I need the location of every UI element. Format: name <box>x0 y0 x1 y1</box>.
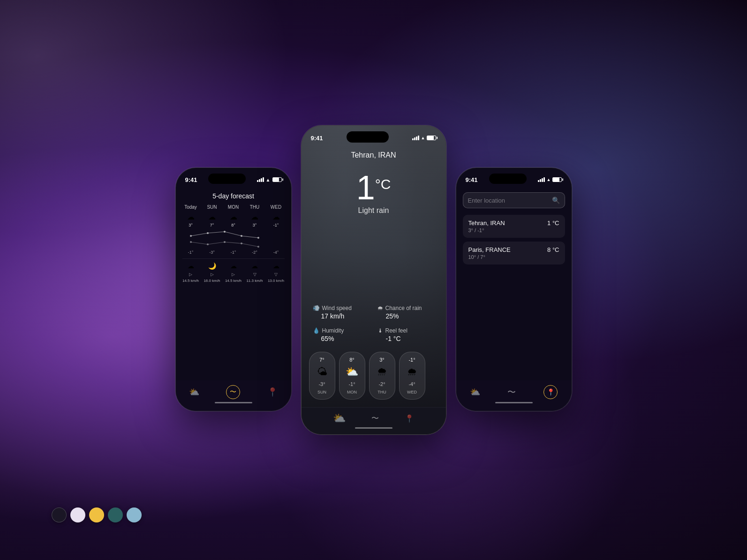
location-list: Tehran, IRAN 1 °C 3° / -1° Paris, FRANCE… <box>456 212 572 271</box>
hourly-item-thu: 3° 🌨 -2° THU <box>369 352 395 400</box>
high-sun: 7° <box>204 223 220 227</box>
hourly-high-mon: 8° <box>349 357 355 363</box>
search-bar[interactable]: 🔍 <box>463 192 565 208</box>
dynamic-island-left <box>208 174 246 184</box>
speed-thu: 11.3 km/h <box>246 279 263 283</box>
tehran-temp: 1 °C <box>547 219 559 227</box>
forecast-icons-row1: ☁ ☁ ☁ ☁ ☁ <box>182 213 285 221</box>
svg-point-9 <box>257 246 259 248</box>
icon2-mon: ☁ <box>225 263 242 269</box>
nav-chart-center[interactable]: 〜 <box>371 414 379 424</box>
hourly-icon-mon: ⛅ <box>346 364 358 379</box>
tehran-city: Tehran, IRAN <box>468 219 505 227</box>
rain-label: 🌧 Chance of rain <box>377 305 435 311</box>
reel-feel-item: 🌡 Reel feel -1 °C <box>377 327 435 342</box>
status-icons-left: ▲ <box>257 177 282 182</box>
tehran-range: 3° / -1° <box>468 227 559 233</box>
icon2-today: ☁ <box>182 263 199 269</box>
home-indicator-center <box>355 427 392 429</box>
swatch-blue[interactable] <box>127 507 142 522</box>
high-chart <box>182 229 286 239</box>
hourly-forecast: 7° 🌤 -3° SUN 8° ⛅ -1° MON 3° 🌨 -2° THU <box>302 352 446 407</box>
speed-mon: 14.5 km/h <box>225 279 242 283</box>
nav-location-right[interactable]: 📍 <box>543 385 558 399</box>
nav-weather-center[interactable]: ⛅ <box>333 412 346 424</box>
hourly-icon-thu: 🌨 <box>377 364 387 379</box>
speed-icon-row: ▷ ▷ ▷ ▽ ▽ <box>182 272 285 277</box>
dynamic-island-center <box>347 131 389 143</box>
svg-point-8 <box>241 242 242 244</box>
status-bar-right: 9:41 ▲ <box>456 168 572 189</box>
nav-chart-icon-left[interactable]: 〜 <box>226 385 240 399</box>
humidity-icon: 💧 <box>313 327 320 334</box>
location-item-tehran[interactable]: Tehran, IRAN 1 °C 3° / -1° <box>463 215 565 238</box>
nav-location-icon-left[interactable]: 📍 <box>267 387 278 397</box>
wifi-icon-center: ▲ <box>421 136 425 140</box>
hourly-day-wed: WED <box>407 390 417 394</box>
nav-chart-right[interactable]: 〜 <box>507 386 516 398</box>
forecast-title: 5-day forecast <box>176 189 291 204</box>
nav-weather-icon-left[interactable]: ⛅ <box>189 387 199 397</box>
svg-point-2 <box>224 231 226 233</box>
icon-thu: ☁ <box>246 213 263 221</box>
hourly-item-sun: 7° 🌤 -3° SUN <box>309 352 335 400</box>
forecast-header: Today SUN MON THU WED <box>182 204 285 210</box>
nav-location-center[interactable]: 📍 <box>405 414 414 423</box>
svg-point-6 <box>207 243 209 245</box>
low-sun: -3° <box>204 250 220 255</box>
phone-right: 9:41 ▲ 🔍 <box>456 167 572 411</box>
search-icon[interactable]: 🔍 <box>552 197 560 204</box>
forecast-icons-row2: ☁ 🌙 ☁ ☁ ☁ <box>182 263 285 269</box>
location-item-paris[interactable]: Paris, FRANCE 8 °C 10° / 7° <box>463 242 565 265</box>
weather-details: 💨 Wind speed 17 km/h 🌧 Chance of rain 25… <box>302 295 446 352</box>
icon-mon: ☁ <box>225 213 242 221</box>
speed-today: 14.5 km/h <box>182 279 199 283</box>
center-location: Tehran, IRAN <box>302 147 446 161</box>
status-bar-center: 9:41 ▲ <box>302 126 446 147</box>
day-sun: SUN <box>204 204 220 210</box>
speed-arrow3: ▷ <box>225 272 242 277</box>
icon2-wed: ☁ <box>268 263 285 269</box>
wifi-icon-right: ▲ <box>547 177 551 182</box>
wind-label: 💨 Wind speed <box>313 305 370 311</box>
time-right: 9:41 <box>466 176 478 183</box>
status-icons-center: ▲ <box>412 136 437 140</box>
low-chart <box>182 240 286 249</box>
battery-icon-center <box>427 136 436 140</box>
swatch-light[interactable] <box>70 507 85 522</box>
phone-left: 9:41 ▲ 5-day forecast Today <box>175 167 292 411</box>
speed-values-row: 14.5 km/h 16.0 km/h 14.5 km/h 11.3 km/h … <box>182 279 285 283</box>
icon2-thu: ☁ <box>246 263 263 269</box>
swatch-dark[interactable] <box>52 507 67 522</box>
paris-temp: 8 °C <box>547 246 559 253</box>
paris-row: Paris, FRANCE 8 °C <box>468 246 559 253</box>
speed-sun: 16.0 km/h <box>204 279 220 283</box>
humidity-label: 💧 Humidity <box>313 327 370 334</box>
wifi-icon-left: ▲ <box>266 177 271 182</box>
hourly-day-sun: SUN <box>317 390 326 394</box>
reel-feel-value: -1 °C <box>377 335 435 342</box>
status-icons-right: ▲ <box>538 177 562 182</box>
nav-weather-right[interactable]: ⛅ <box>470 387 480 397</box>
svg-point-7 <box>224 241 226 243</box>
low-wed: -4° <box>268 250 285 255</box>
rain-chance-item: 🌧 Chance of rain 25% <box>377 305 435 320</box>
wind-speed-item: 💨 Wind speed 17 km/h <box>313 305 370 320</box>
speed-arrow2: ▷ <box>204 272 220 277</box>
low-temp-row: -1° -3° -1° -2° -4° <box>182 250 285 255</box>
hourly-low-wed: -4° <box>408 381 415 387</box>
swatch-teal[interactable] <box>108 507 123 522</box>
icon-today: ☁ <box>182 213 199 221</box>
home-indicator-right <box>495 402 533 403</box>
search-input[interactable] <box>468 197 549 204</box>
paris-city: Paris, FRANCE <box>468 246 511 253</box>
swatch-yellow[interactable] <box>89 507 104 522</box>
svg-point-4 <box>257 237 259 239</box>
rain-value: 25% <box>377 312 435 320</box>
hourly-low-sun: -3° <box>318 381 325 387</box>
icon2-sun: 🌙 <box>204 263 220 269</box>
paris-range: 10° / 7° <box>468 254 559 260</box>
signal-icon-center <box>412 136 419 140</box>
phone-center: 9:41 ▲ Tehran, IRAN <box>301 125 446 435</box>
icon-wed: ☁ <box>268 213 285 221</box>
